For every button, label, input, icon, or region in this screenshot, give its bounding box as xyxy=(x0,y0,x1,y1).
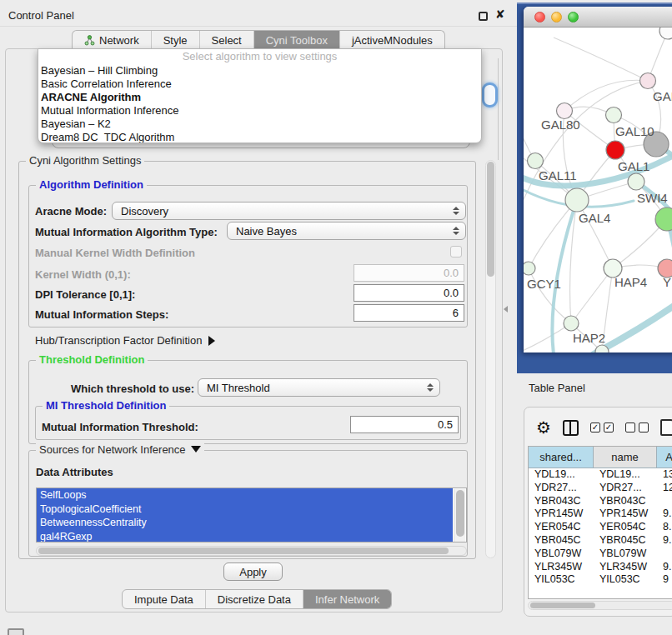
attribute-item[interactable]: BetweennessCentrality xyxy=(37,516,453,530)
split-pane-arrow-icon[interactable] xyxy=(504,306,508,312)
data-attributes-list[interactable]: SelfLoopsTopologicalCoefficientBetweenne… xyxy=(36,488,467,542)
table-cell: 9. xyxy=(657,534,672,548)
node-gal80[interactable] xyxy=(557,103,573,119)
algorithm-dropdown-popup: Select algorithm to view settings Bayesi… xyxy=(38,48,482,143)
network-edge[interactable] xyxy=(564,80,648,111)
network-edge[interactable] xyxy=(524,323,571,352)
network-edge-highlighted[interactable] xyxy=(594,302,672,352)
mi-type-value: Naive Bayes xyxy=(236,225,297,238)
algorithm-option[interactable]: ARACNE Algorithm xyxy=(38,91,481,104)
tab-style[interactable]: Style xyxy=(152,31,200,49)
attribute-item[interactable]: TopologicalCoefficient xyxy=(37,502,453,517)
zoom-traffic-light-icon[interactable] xyxy=(568,12,579,22)
table-cell: 9. xyxy=(657,561,672,574)
table-row[interactable]: YLR345WYLR345W9. xyxy=(529,561,672,574)
dpi-tolerance-input[interactable]: 0.0 xyxy=(354,284,464,302)
column-header-name[interactable]: name xyxy=(594,447,657,468)
table-row[interactable]: YBR043CYBR043C xyxy=(529,495,672,508)
mi-type-combobox[interactable]: Naive Bayes xyxy=(227,222,466,240)
bottom-tabbar: Impute DataDiscretize DataInfer Network xyxy=(122,589,392,609)
bottom-tab-infer-network[interactable]: Infer Network xyxy=(303,590,391,608)
mi-threshold-input[interactable]: 0.5 xyxy=(350,416,459,433)
table-row[interactable]: YER054CYER054C8. xyxy=(529,521,672,534)
manual-kernel-checkbox[interactable] xyxy=(450,246,462,258)
table-row[interactable]: YBL079WYBL079W xyxy=(529,548,672,561)
node-gal7[interactable] xyxy=(640,73,656,89)
attributes-vertical-scrollbar[interactable] xyxy=(454,489,465,542)
table-row[interactable]: YDR27...YDR27...12 xyxy=(529,482,672,495)
node-swi4-label: SWI4 xyxy=(637,191,668,205)
tab-label: Select xyxy=(212,34,242,47)
focused-combobox-fragment xyxy=(482,82,498,108)
algorithm-option[interactable]: Bayesian – K2 xyxy=(38,118,481,131)
node-hap2-label: HAP2 xyxy=(573,331,605,345)
node-top-partial[interactable] xyxy=(659,28,672,39)
cyni-algorithm-settings-title: Cyni Algorithm Settings xyxy=(26,154,144,167)
algorithm-option[interactable]: Dream8 DC_TDC Algorithm xyxy=(38,131,481,143)
network-canvas[interactable]: GALGAL80GAL10GAL1GAL11SWI4GAL4GCY1HAP4YH… xyxy=(524,28,672,352)
node-gcy1[interactable] xyxy=(524,262,535,275)
table-cell: YDR27... xyxy=(594,482,657,495)
attribute-item[interactable]: gal4RGexp xyxy=(37,530,453,543)
node-gal11[interactable] xyxy=(528,153,544,169)
collapse-down-icon[interactable] xyxy=(191,446,201,452)
table-cell: YLR345W xyxy=(529,561,594,574)
close-icon[interactable]: ✘ xyxy=(495,8,505,21)
mi-steps-input[interactable]: 6 xyxy=(354,304,464,322)
expand-right-icon xyxy=(208,336,215,346)
aracne-mode-combobox[interactable]: Discovery xyxy=(112,202,466,220)
select-all-checkboxes-icon[interactable]: ✓✓ xyxy=(590,422,614,432)
deselect-all-checkboxes-icon[interactable] xyxy=(625,422,649,432)
node-gal4[interactable] xyxy=(565,188,589,212)
threshold-definition-title: Threshold Definition xyxy=(36,353,148,366)
dpi-tolerance-label: DPI Tolerance [0,1]: xyxy=(35,288,135,301)
node-swi4[interactable] xyxy=(628,173,644,190)
gear-icon[interactable]: ⚙ xyxy=(536,419,551,436)
hub-definition-toggle[interactable]: Hub/Transcription Factor Definition xyxy=(35,334,215,347)
new-table-icon[interactable] xyxy=(660,419,672,436)
which-threshold-combobox[interactable]: MI Threshold xyxy=(198,378,440,397)
table-cell: YPR145W xyxy=(594,508,657,521)
columns-icon[interactable] xyxy=(563,420,579,436)
table-row[interactable]: YBR045CYBR045C9. xyxy=(529,534,672,548)
table-row[interactable]: YPR145WYPR145W9. xyxy=(529,508,672,521)
tab-jactivemnodules[interactable]: jActiveMNodules xyxy=(340,31,444,49)
node-gal80-label: GAL80 xyxy=(541,118,580,132)
algorithm-option[interactable]: Bayesian – Hill Climbing xyxy=(38,64,481,78)
table-row[interactable]: YDL19...YDL19...13 xyxy=(529,468,672,482)
table-panel: ⚙ ✓✓ shared...nameA YDL19...YDL19...13YD… xyxy=(524,407,672,617)
table-cell: YDL19... xyxy=(529,468,594,482)
table-cell: YBL079W xyxy=(529,548,594,561)
settings-scrollbar[interactable] xyxy=(485,160,496,558)
mi-type-label: Mutual Information Algorithm Type: xyxy=(35,226,218,238)
tab-cyni-toolbox[interactable]: Cyni Toolbox xyxy=(254,31,340,49)
table-row[interactable]: YIL053CYIL053C9 xyxy=(529,573,672,587)
attribute-item[interactable]: SelfLoops xyxy=(37,488,453,502)
settings-scrollbar-thumb[interactable] xyxy=(487,162,494,277)
bottom-tab-impute-data[interactable]: Impute Data xyxy=(123,590,206,608)
node-bright-green[interactable] xyxy=(655,208,672,231)
float-window-icon[interactable] xyxy=(479,12,488,21)
algorithm-option[interactable]: Mutual Information Inference xyxy=(38,104,481,118)
bottom-tab-discretize-data[interactable]: Discretize Data xyxy=(206,590,303,608)
node-gal10[interactable] xyxy=(606,108,622,123)
tab-network[interactable]: Network xyxy=(73,31,152,49)
minimize-traffic-light-icon[interactable] xyxy=(551,12,562,22)
table-horizontal-scrollbar[interactable] xyxy=(528,601,672,610)
column-header-shared-[interactable]: shared... xyxy=(529,447,594,468)
screen: Control Panel ✘ NetworkStyleSelectCyni T… xyxy=(0,0,672,635)
column-header-a[interactable]: A xyxy=(657,447,672,468)
node-gal10-label: GAL10 xyxy=(615,124,654,138)
attributes-horizontal-scrollbar[interactable] xyxy=(36,546,467,556)
table-cell: YIL053C xyxy=(594,573,657,587)
network-edge[interactable] xyxy=(554,38,648,81)
apply-button[interactable]: Apply xyxy=(223,562,283,581)
node-hap2[interactable] xyxy=(564,316,579,331)
algorithm-option[interactable]: Basic Correlation Inference xyxy=(38,78,481,91)
network-edge[interactable] xyxy=(529,200,577,268)
tab-select[interactable]: Select xyxy=(200,31,254,49)
close-traffic-light-icon[interactable] xyxy=(534,12,545,22)
kernel-width-input[interactable]: 0.0 xyxy=(354,264,464,282)
node-gal1[interactable] xyxy=(606,141,624,159)
network-window-titlebar[interactable] xyxy=(524,7,672,28)
